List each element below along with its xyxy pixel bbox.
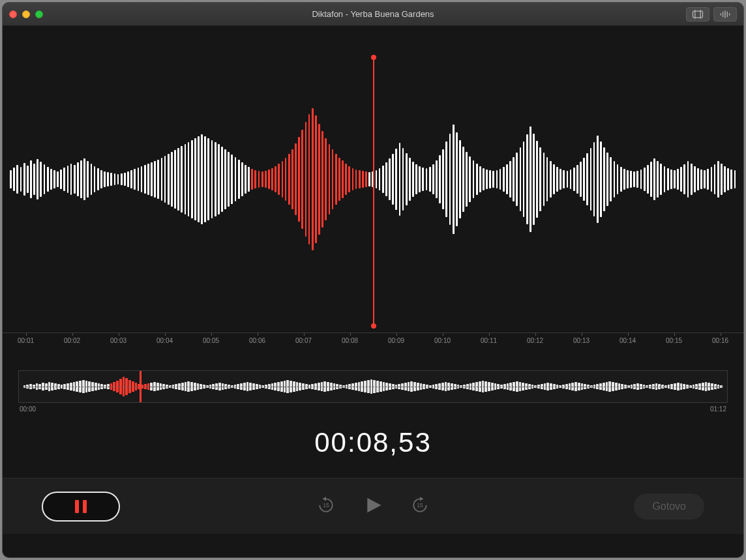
ruler-tick: 00:06	[234, 337, 280, 355]
svg-marker-11	[420, 497, 423, 501]
waveform-bar	[691, 164, 693, 195]
waveform-bar	[412, 162, 414, 197]
waveform-bar	[147, 164, 149, 195]
ruler-tick: 00:04	[142, 337, 188, 355]
waveform-bar	[332, 149, 334, 209]
skip-back-icon: 15	[318, 497, 335, 514]
waveform-bar	[453, 125, 455, 234]
waveform-bar	[20, 167, 22, 192]
waveform-bar	[218, 144, 220, 214]
waveform-bar	[483, 168, 485, 190]
waveform-bar	[154, 161, 156, 198]
ruler-tick: 00:13	[558, 337, 604, 355]
waveform-bar	[325, 138, 327, 220]
skip-back-15-button[interactable]: 15	[318, 497, 335, 516]
ruler-tick: 00:12	[512, 337, 558, 355]
waveform-bar	[573, 168, 575, 191]
close-window-button[interactable]	[9, 10, 17, 18]
play-button[interactable]	[363, 495, 383, 518]
waveform-bar	[151, 162, 153, 196]
traffic-lights	[9, 10, 43, 18]
waveform-bar	[674, 170, 676, 188]
waveform-bar	[670, 169, 672, 189]
waveform-bar	[466, 152, 468, 207]
waveform-bar	[288, 154, 290, 205]
waveform-bar	[640, 169, 642, 189]
waveform-bar	[100, 170, 102, 188]
waveform-bar	[30, 160, 32, 198]
waveform-bar	[500, 169, 501, 190]
waveform-bar	[647, 165, 649, 194]
skip-forward-15-button[interactable]: 15	[411, 497, 428, 516]
waveform-bar	[580, 162, 582, 197]
enhance-button[interactable]	[713, 7, 737, 22]
waveform-bar	[583, 158, 585, 201]
ruler-tick: 00:03	[95, 337, 142, 355]
waveform-bar	[50, 169, 52, 190]
waveform-bar	[432, 164, 434, 194]
waveform-bar	[248, 167, 250, 192]
waveform-bar	[449, 134, 451, 225]
ruler-tick: 00:10	[419, 337, 466, 355]
done-button[interactable]: Gotovo	[634, 494, 704, 520]
waveform-bar	[560, 169, 561, 190]
record-pause-button[interactable]	[42, 492, 120, 522]
titlebar: Diktafon - Yerba Buena Gardens	[3, 3, 743, 26]
waveform-bar	[385, 162, 387, 196]
waveform-bar	[419, 166, 421, 192]
waveform-bar	[700, 169, 702, 189]
fullscreen-window-button[interactable]	[35, 10, 43, 18]
waveform-bar	[94, 166, 96, 192]
waveform-bar	[121, 173, 123, 185]
waveform-bar	[359, 170, 361, 188]
waveform-bar	[44, 164, 46, 194]
waveform-bar	[53, 170, 55, 188]
waveform-bar	[530, 126, 531, 232]
waveform-bar	[27, 166, 29, 193]
waveform-bar	[436, 160, 438, 198]
waveform-bar	[473, 160, 475, 198]
waveform-bar	[181, 146, 183, 213]
minimize-window-button[interactable]	[22, 10, 30, 18]
waveform-bar	[389, 158, 391, 200]
waveform-bar	[550, 161, 552, 198]
waveform-bar	[429, 167, 431, 192]
waveform-bar	[107, 172, 109, 186]
overview-end-time: 01:12	[710, 405, 726, 413]
waveform-bar	[329, 144, 331, 214]
overview-waveform[interactable]	[18, 370, 728, 403]
waveform-bar	[617, 164, 619, 194]
waveform-bar	[362, 171, 364, 188]
waveform-bar	[506, 164, 508, 194]
waveform-bar	[593, 142, 595, 216]
waveform-bar	[13, 168, 15, 191]
waveform-bar	[177, 148, 179, 211]
playhead[interactable]	[373, 57, 374, 326]
waveform-bar	[520, 147, 522, 211]
waveform-bar	[724, 166, 726, 192]
waveform-bar	[697, 168, 699, 190]
time-ruler[interactable]: 00:0100:0200:0300:0400:0500:0600:0700:08…	[3, 332, 743, 355]
waveform-bar	[268, 169, 270, 189]
waveform-bar	[238, 160, 240, 199]
waveform-bar	[409, 158, 411, 201]
waveform-bar	[687, 161, 689, 198]
waveform-bar	[124, 173, 126, 186]
svg-rect-0	[693, 11, 703, 18]
ruler-tick: 00:05	[188, 337, 234, 355]
waveform-bar	[586, 153, 588, 205]
waveform-bar	[60, 169, 62, 189]
waveform-bar	[368, 172, 370, 186]
trim-button[interactable]	[686, 7, 709, 22]
waveform-bar	[479, 166, 481, 192]
waveform-bar	[174, 150, 176, 209]
main-waveform[interactable]	[3, 26, 743, 332]
waveform-bar	[721, 164, 723, 195]
overview-playhead[interactable]	[140, 370, 142, 403]
waveform-bar	[667, 168, 669, 190]
current-timecode: 00:08,53	[3, 415, 743, 478]
waveform-bar	[10, 170, 12, 188]
waveform-bar	[620, 167, 622, 192]
waveform-bar	[496, 170, 498, 188]
waveform-bar	[228, 152, 230, 207]
